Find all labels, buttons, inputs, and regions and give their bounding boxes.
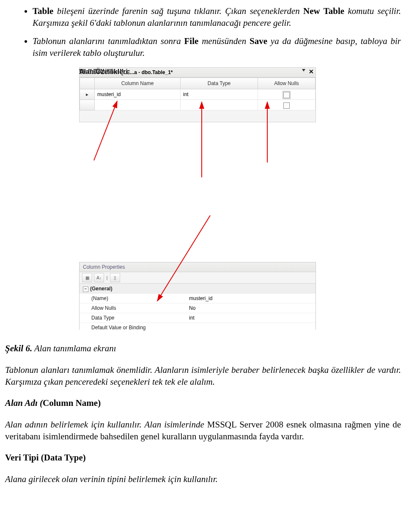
caption-text: Alan tanımlama ekranı xyxy=(32,343,116,353)
bullet-item: Table bileşeni üzerinde farenin sağ tuşu… xyxy=(33,5,401,29)
bullet-item: Tablonun alanlarını tanımladıktan sonra … xyxy=(33,35,401,59)
paragraph: Alan adının belirlemek için kullanılır. … xyxy=(5,419,401,443)
paragraph: Alana girilecek olan verinin tipini beli… xyxy=(5,473,401,485)
bullet-text: Tablonun alanlarını tanımladıktan sonra xyxy=(33,36,184,46)
bullet-text: File xyxy=(184,36,199,46)
annotation-label: Alan Özellikleri xyxy=(79,67,128,77)
caption-number: Şekil 6. xyxy=(5,343,32,353)
bullet-list: Table bileşeni üzerinde farenin sağ tuşu… xyxy=(5,5,401,59)
subheading: Alan Adı (Column Name) xyxy=(5,397,401,409)
paragraph: Tablonun alanları tanımlamak önemlidir. … xyxy=(5,364,401,388)
subhead-part: Column Name xyxy=(43,398,98,408)
figure-caption: Şekil 6. Alan tanımlama ekranı xyxy=(5,342,401,354)
figure: ANKUZEM-42\SQLE...a - dbo.Table_1* ✕ Col… xyxy=(79,67,316,330)
svg-line-0 xyxy=(94,101,117,160)
paragraph-text: Alan adının belirlemek için kullanılır. … xyxy=(5,419,207,430)
annotation-arrows-icon xyxy=(79,67,316,330)
bullet-text: New Table xyxy=(303,6,344,16)
bullet-text: bileşeni üzerinde farenin sağ tuşuna tık… xyxy=(53,6,303,16)
svg-line-3 xyxy=(157,215,210,301)
bullet-text: Table xyxy=(33,6,53,16)
subhead-part: ) xyxy=(98,398,101,408)
subhead-part: Alan Adı ( xyxy=(5,398,43,408)
bullet-text: menüsünden xyxy=(198,36,250,46)
bullet-text: Save xyxy=(250,36,267,46)
subheading: Veri Tipi (Data Type) xyxy=(5,452,401,463)
